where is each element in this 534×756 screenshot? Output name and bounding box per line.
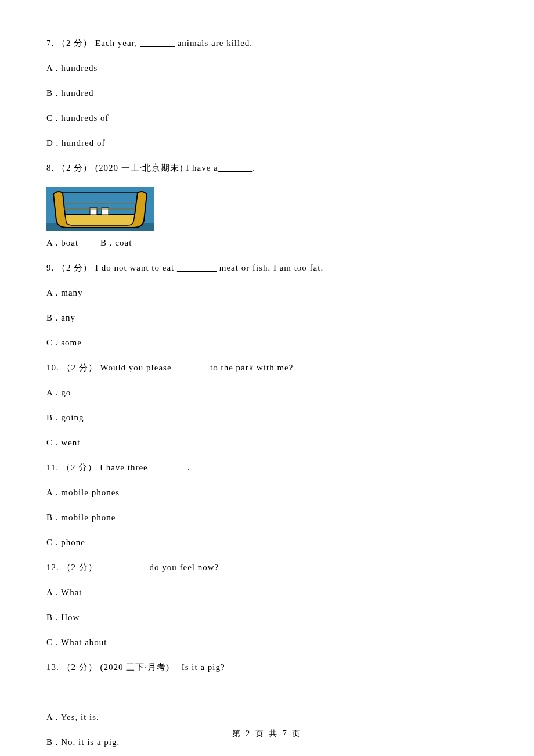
q12-option-b[interactable]: B . How — [46, 611, 488, 624]
question-12-text: 12. （2 分） __________do you feel now? — [46, 561, 488, 574]
q9-option-c[interactable]: C . some — [46, 337, 488, 349]
q7-option-a[interactable]: A . hundreds — [46, 62, 488, 74]
q9-option-b[interactable]: B . any — [46, 312, 488, 324]
q8-options-inline[interactable]: A . boat B . coat — [46, 237, 488, 249]
q7-option-c[interactable]: C . hundreds of — [46, 112, 488, 124]
question-7-text: 7. （2 分） Each year, _______ animals are … — [46, 37, 488, 49]
q12-option-c[interactable]: C . What about — [46, 636, 488, 649]
q10-option-c[interactable]: C . went — [46, 437, 488, 449]
q7-option-d[interactable]: D . hundred of — [46, 137, 488, 149]
q11-option-b[interactable]: B . mobile phone — [46, 512, 488, 524]
q12-option-a[interactable]: A . What — [46, 586, 488, 599]
question-11-text: 11. （2 分） I have three________. — [46, 462, 488, 474]
question-13-text: 13. （2 分） (2020 三下·月考) —Is it a pig? — [46, 661, 488, 674]
q13-option-a[interactable]: A . Yes, it is. — [46, 711, 488, 723]
q9-option-a[interactable]: A . many — [46, 287, 488, 299]
q11-option-c[interactable]: C . phone — [46, 537, 488, 549]
question-9-text: 9. （2 分） I do not want to eat ________ m… — [46, 262, 488, 274]
question-10-text: 10. （2 分） Would you please to the park w… — [46, 362, 488, 374]
question-8-text: 8. （2 分） (2020 一上·北京期末) I have a_______. — [46, 162, 488, 174]
q7-option-b[interactable]: B . hundred — [46, 87, 488, 99]
q11-option-a[interactable]: A . mobile phones — [46, 487, 488, 499]
boat-image — [46, 187, 154, 231]
q10-option-a[interactable]: A . go — [46, 387, 488, 399]
question-13-dash: —________ — [46, 686, 488, 699]
q10-option-b[interactable]: B . going — [46, 412, 488, 424]
page-footer: 第 2 页 共 7 页 — [0, 728, 534, 740]
